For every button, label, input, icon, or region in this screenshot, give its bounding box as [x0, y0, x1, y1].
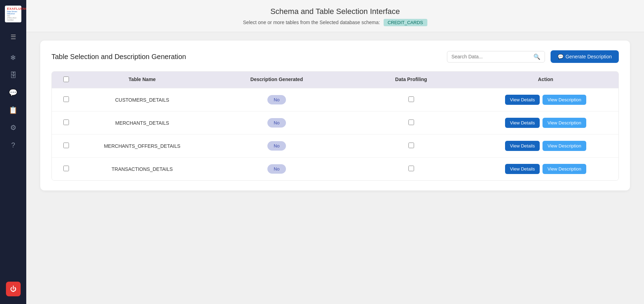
- card-header: Table Selection and Description Generati…: [51, 50, 619, 63]
- row2-profiling-checkbox[interactable]: [408, 120, 414, 125]
- page-title: Schema and Table Selection Interface: [26, 7, 644, 16]
- row2-view-details-button[interactable]: View Details: [505, 118, 540, 128]
- row4-action-cell: View Details View Description: [478, 164, 613, 174]
- table-row: MERCHANTS_DETAILS No View Details View D…: [52, 111, 618, 134]
- row3-checkbox[interactable]: [63, 143, 69, 148]
- row4-profiling-checkbox[interactable]: [408, 166, 414, 171]
- report-nav-item[interactable]: 📋: [6, 103, 21, 117]
- sidebar: EXAFLUENCE Data Driven Influence ISO 270…: [0, 0, 26, 304]
- row4-view-details-button[interactable]: View Details: [505, 164, 540, 174]
- subtitle-text: Select one or more tables from the Selec…: [243, 20, 380, 25]
- sidebar-nav: ❄ 🗄 💬 📋 ⚙ ?: [6, 50, 21, 282]
- settings-nav-item[interactable]: ⚙: [6, 120, 21, 135]
- row1-no-badge: No: [267, 95, 286, 104]
- header-checkbox-cell: [57, 77, 75, 83]
- schema-badge: CREDIT_CARDS: [384, 19, 427, 26]
- logo-cert: ISO 27001:2013 Certified: [7, 15, 19, 21]
- search-wrapper: 🔍: [447, 51, 545, 63]
- row3-no-badge: No: [267, 141, 286, 151]
- snowflake-nav-item[interactable]: ❄: [6, 50, 21, 65]
- row1-view-details-button[interactable]: View Details: [505, 95, 540, 105]
- row1-data-profiling: [344, 96, 478, 103]
- table-row: CUSTOMERS_DETAILS No View Details View D…: [52, 88, 618, 111]
- header-action: Action: [478, 77, 613, 83]
- row4-checkbox[interactable]: [63, 166, 69, 171]
- top-banner: Schema and Table Selection Interface Sel…: [26, 0, 644, 32]
- table-header-row: Table Name Description Generated Data Pr…: [52, 72, 618, 88]
- database-nav-item[interactable]: 🗄: [6, 68, 21, 82]
- header-table-name: Table Name: [75, 77, 209, 83]
- row3-data-profiling: [344, 143, 478, 149]
- help-nav-item[interactable]: ?: [6, 138, 21, 152]
- search-icon: 🔍: [533, 53, 540, 60]
- logo-tagline: Data Driven Influence: [7, 10, 19, 15]
- select-all-checkbox[interactable]: [63, 77, 69, 82]
- row1-table-name: CUSTOMERS_DETAILS: [75, 97, 209, 103]
- table-row: MERCHANTS_OFFERS_DETAILS No View Details…: [52, 134, 618, 157]
- row4-no-badge: No: [267, 164, 286, 174]
- content-area: Table Selection and Description Generati…: [26, 32, 644, 304]
- row4-checkbox-cell: [57, 166, 75, 172]
- search-input[interactable]: [451, 54, 531, 59]
- row2-description-generated: No: [209, 118, 344, 128]
- header-description-generated: Description Generated: [209, 77, 344, 83]
- row1-checkbox[interactable]: [63, 96, 69, 102]
- row3-view-description-button[interactable]: View Description: [542, 141, 586, 151]
- row3-description-generated: No: [209, 141, 344, 151]
- row1-action-cell: View Details View Description: [478, 95, 613, 105]
- row3-profiling-checkbox[interactable]: [408, 143, 414, 148]
- logo-image: EXAFLUENCE Data Driven Influence ISO 270…: [5, 6, 21, 22]
- row1-description-generated: No: [209, 95, 344, 104]
- generate-description-button[interactable]: 💬 Generate Description: [551, 50, 619, 63]
- sidebar-bottom: ⏻: [6, 282, 21, 296]
- header-data-profiling: Data Profiling: [344, 77, 478, 83]
- row2-action-cell: View Details View Description: [478, 118, 613, 128]
- row2-checkbox-cell: [57, 120, 75, 126]
- chat-nav-item[interactable]: 💬: [6, 85, 21, 100]
- row1-profiling-checkbox[interactable]: [408, 96, 414, 102]
- generate-btn-label: Generate Description: [566, 54, 612, 59]
- table-row: TRANSACTIONS_DETAILS No View Details Vie…: [52, 157, 618, 180]
- row1-view-description-button[interactable]: View Description: [542, 95, 586, 105]
- row2-table-name: MERCHANTS_DETAILS: [75, 120, 209, 126]
- row2-view-description-button[interactable]: View Description: [542, 118, 586, 128]
- logout-icon: ⏻: [10, 285, 16, 293]
- hamburger-icon[interactable]: ☰: [6, 30, 20, 44]
- generate-btn-icon: 💬: [558, 54, 564, 59]
- card-title: Table Selection and Description Generati…: [51, 53, 441, 61]
- row3-view-details-button[interactable]: View Details: [505, 141, 540, 151]
- row4-view-description-button[interactable]: View Description: [542, 164, 586, 174]
- row2-data-profiling: [344, 120, 478, 126]
- logo-name: EXAFLUENCE: [7, 7, 19, 10]
- row4-table-name: TRANSACTIONS_DETAILS: [75, 166, 209, 172]
- row2-checkbox[interactable]: [63, 120, 69, 125]
- logout-button[interactable]: ⏻: [6, 282, 21, 296]
- row2-no-badge: No: [267, 118, 286, 128]
- row4-data-profiling: [344, 166, 478, 172]
- row3-action-cell: View Details View Description: [478, 141, 613, 151]
- logo: EXAFLUENCE Data Driven Influence ISO 270…: [4, 4, 23, 24]
- main-content: Schema and Table Selection Interface Sel…: [26, 0, 644, 304]
- row1-checkbox-cell: [57, 96, 75, 103]
- main-card: Table Selection and Description Generati…: [40, 41, 630, 190]
- row3-table-name: MERCHANTS_OFFERS_DETAILS: [75, 143, 209, 149]
- row4-description-generated: No: [209, 164, 344, 174]
- schema-subtitle: Select one or more tables from the Selec…: [26, 19, 644, 26]
- row3-checkbox-cell: [57, 143, 75, 149]
- data-table: Table Name Description Generated Data Pr…: [51, 71, 619, 181]
